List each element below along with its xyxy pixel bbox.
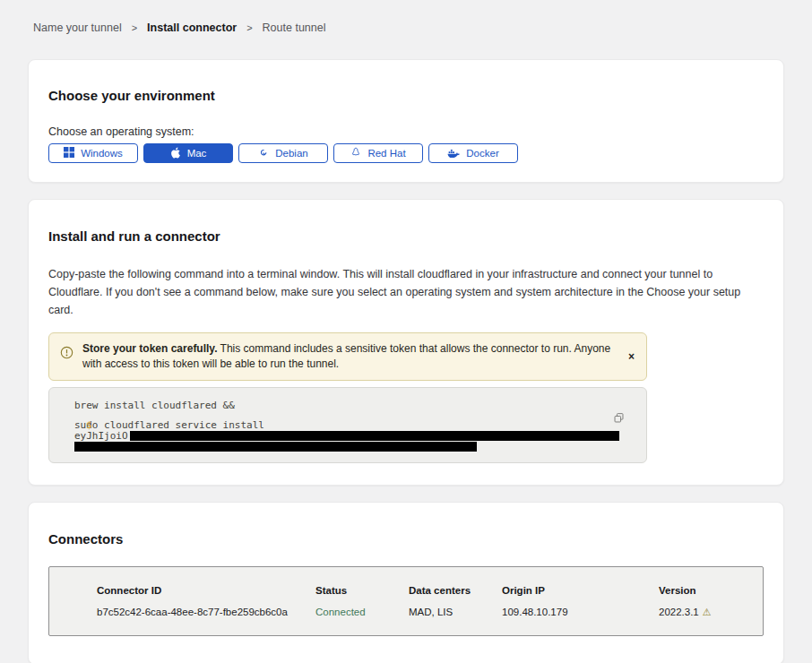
breadcrumb: Name your tunnel > Install connector > R… <box>0 0 812 34</box>
header-origin-ip: Origin IP <box>502 585 659 596</box>
install-connector-card: Install and run a connector Copy-paste t… <box>28 199 784 486</box>
os-button-label: Docker <box>466 148 498 159</box>
shell-prompt: $ <box>86 420 92 431</box>
connectors-table-header: Connector ID Status Data centers Origin … <box>97 585 763 596</box>
breadcrumb-separator: > <box>132 22 137 33</box>
redacted-token-bar <box>130 431 619 441</box>
environment-card-title: Choose your environment <box>48 88 764 103</box>
connector-id-value: b7c52c42-6caa-48ee-8c77-fbe259cb6c0a <box>97 607 315 618</box>
environment-card: Choose your environment Choose an operat… <box>28 59 784 183</box>
os-button-windows[interactable]: Windows <box>48 143 138 163</box>
version-number: 2022.3.1 <box>659 607 699 617</box>
header-connector-id: Connector ID <box>97 585 315 596</box>
os-button-debian[interactable]: Debian <box>238 143 328 163</box>
os-button-docker[interactable]: Docker <box>428 143 518 163</box>
alert-circle-icon <box>60 346 73 372</box>
token-warning-banner: Store your token carefully. This command… <box>48 332 647 381</box>
token-warning-bold: Store your token carefully. <box>82 342 218 355</box>
install-command-codeblock: brew install cloudflared && $ sudo cloud… <box>48 387 647 463</box>
header-status: Status <box>315 585 409 596</box>
windows-logo-icon <box>64 147 74 159</box>
copy-icon[interactable] <box>613 412 625 426</box>
os-button-group: Windows Mac Debian Red Hat <box>48 143 764 163</box>
connectors-card: Connectors Connector ID Status Data cent… <box>28 502 784 663</box>
breadcrumb-name-your-tunnel[interactable]: Name your tunnel <box>33 22 122 34</box>
os-button-label: Red Hat <box>367 148 405 159</box>
os-button-label: Windows <box>81 148 123 159</box>
breadcrumb-separator: > <box>246 22 252 33</box>
os-select-label: Choose an operating system: <box>48 125 764 138</box>
docker-whale-icon <box>447 147 460 159</box>
status-badge: Connected <box>315 607 409 618</box>
header-version: Version <box>659 585 763 596</box>
os-button-label: Debian <box>275 148 307 159</box>
data-centers-value: MAD, LIS <box>409 607 502 618</box>
breadcrumb-route-tunnel[interactable]: Route tunnel <box>263 22 326 34</box>
apple-logo-icon <box>170 147 181 160</box>
os-button-label: Mac <box>187 148 207 159</box>
breadcrumb-install-connector[interactable]: Install connector <box>147 22 237 34</box>
warning-triangle-icon: ⚠ <box>703 607 712 618</box>
debian-swirl-icon <box>258 147 269 159</box>
redacted-token-bar <box>74 442 477 452</box>
code-line-brew: brew install cloudflared && <box>74 400 621 411</box>
os-button-redhat[interactable]: Red Hat <box>333 143 423 163</box>
connectors-table: Connector ID Status Data centers Origin … <box>48 566 764 636</box>
table-row: b7c52c42-6caa-48ee-8c77-fbe259cb6c0a Con… <box>97 607 763 618</box>
version-value: 2022.3.1 ⚠ <box>659 607 763 618</box>
close-icon[interactable]: × <box>628 350 635 363</box>
code-line-sudo: sudo cloudflared service install <box>74 420 621 431</box>
header-data-centers: Data centers <box>409 585 502 596</box>
redhat-linux-icon <box>350 147 361 160</box>
os-button-mac[interactable]: Mac <box>143 143 233 163</box>
origin-ip-value: 109.48.10.179 <box>502 607 659 618</box>
connectors-card-title: Connectors <box>48 531 764 547</box>
install-card-title: Install and run a connector <box>48 228 764 244</box>
token-warning-text: Store your token carefully. This command… <box>82 341 616 372</box>
install-description: Copy-paste the following command into a … <box>48 265 760 319</box>
token-prefix: eyJhIjoiO <box>74 431 128 442</box>
